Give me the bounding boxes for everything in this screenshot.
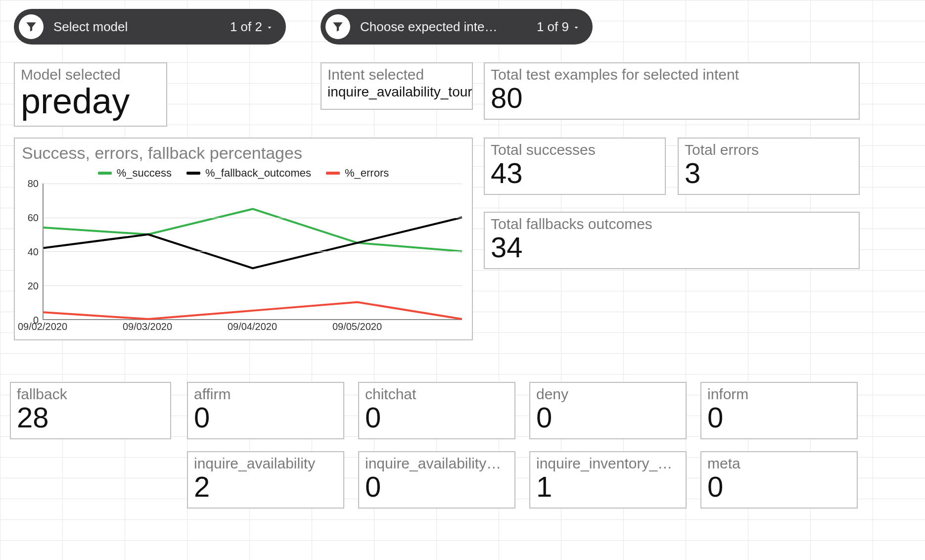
card-intent-selected: Intent selected inquire_availability_tou… [321, 62, 473, 110]
card-total-errors: Total errors 3 [678, 138, 860, 195]
y-tick: 80 [28, 178, 39, 189]
x-tick: 09/02/2020 [18, 321, 67, 332]
filter-intent[interactable]: Choose expected inte… 1 of 9 [321, 9, 593, 45]
y-tick: 40 [28, 246, 39, 258]
chevron-down-icon [573, 19, 580, 35]
chart-y-axis: 020406080 [19, 184, 39, 320]
card-title: fallback [11, 383, 170, 403]
card-total-examples: Total test examples for selected intent … [484, 62, 860, 120]
card-title: inquire_availability_tour [359, 452, 514, 472]
card-title: inquire_inventory_avail… [530, 452, 686, 472]
card-value: 28 [11, 403, 170, 437]
card-value: preday [15, 83, 166, 124]
legend-swatch [98, 172, 112, 175]
card-title: affirm [188, 383, 343, 403]
legend-label: %_errors [345, 167, 389, 180]
card-title: meta [701, 452, 857, 472]
chart-title: Success, errors, fallback percentages [15, 139, 472, 165]
gridline [44, 218, 462, 218]
legend-item: %_errors [326, 167, 389, 180]
gridline [44, 251, 462, 252]
card-model-selected: Model selected preday [14, 62, 167, 127]
card-value: 34 [485, 233, 859, 267]
gridline [44, 285, 462, 286]
funnel-icon [325, 14, 350, 39]
card-title: Model selected [15, 63, 166, 83]
gridline [44, 184, 462, 184]
card-value: 0 [701, 403, 857, 437]
y-tick: 60 [28, 212, 39, 224]
card-title: inform [701, 383, 857, 403]
card-value: 1 [530, 472, 686, 506]
x-tick: 09/03/2020 [123, 321, 172, 332]
filter-model[interactable]: Select model 1 of 2 [14, 9, 286, 45]
intent-count-card: fallback28 [10, 382, 171, 439]
card-total-fallbacks: Total fallbacks outcomes 34 [484, 212, 860, 269]
series-line [44, 209, 462, 251]
chart-legend: %_success%_fallback_outcomes%_errors [15, 165, 472, 184]
x-tick: 09/05/2020 [332, 321, 382, 332]
series-line [44, 218, 462, 269]
card-value: inquire_availability_tour [322, 83, 472, 104]
intent-count-card: inquire_availability2 [187, 451, 344, 509]
intent-count-card: inquire_availability_tour0 [358, 451, 515, 509]
x-tick: 09/04/2020 [228, 321, 277, 332]
filter-model-label: Select model [53, 19, 220, 35]
legend-swatch [186, 172, 200, 175]
card-value: 2 [188, 472, 343, 506]
y-tick: 20 [28, 280, 39, 292]
intent-count-card: deny0 [529, 382, 687, 439]
card-value: 80 [485, 83, 859, 117]
card-value: 0 [188, 403, 343, 437]
card-total-successes: Total successes 43 [484, 138, 666, 195]
intent-count-card: affirm0 [187, 382, 344, 439]
card-value: 0 [359, 403, 514, 437]
card-title: inquire_availability [188, 452, 343, 472]
card-title: deny [530, 383, 686, 403]
filter-intent-count: 1 of 9 [537, 19, 580, 35]
filter-intent-label: Choose expected inte… [360, 19, 527, 35]
card-title: Total fallbacks outcomes [485, 213, 859, 233]
legend-swatch [326, 172, 340, 175]
card-value: 0 [359, 472, 514, 506]
funnel-icon [19, 14, 44, 39]
card-value: 3 [679, 158, 859, 192]
chart-percentages: Success, errors, fallback percentages %_… [14, 138, 473, 340]
card-value: 0 [530, 403, 686, 437]
card-title: Intent selected [322, 63, 472, 83]
chart-x-axis: 09/02/202009/03/202009/04/202009/05/2020 [43, 321, 462, 333]
card-value: 0 [701, 472, 857, 506]
card-title: Total successes [485, 139, 665, 158]
legend-label: %_success [117, 167, 172, 180]
legend-label: %_fallback_outcomes [205, 167, 311, 180]
intent-count-card: meta0 [700, 451, 858, 509]
legend-item: %_success [98, 167, 172, 180]
filter-model-count: 1 of 2 [230, 19, 273, 35]
card-title: chitchat [359, 383, 514, 403]
card-title: Total errors [679, 139, 859, 158]
intent-count-card: chitchat0 [358, 382, 515, 439]
legend-item: %_fallback_outcomes [186, 167, 311, 180]
series-line [44, 302, 462, 319]
intent-count-card: inform0 [700, 382, 858, 439]
chart-plot-area [43, 184, 462, 320]
chevron-down-icon [266, 19, 273, 35]
card-title: Total test examples for selected intent [485, 63, 859, 83]
card-value: 43 [485, 158, 665, 192]
intent-count-card: inquire_inventory_avail…1 [529, 451, 687, 509]
